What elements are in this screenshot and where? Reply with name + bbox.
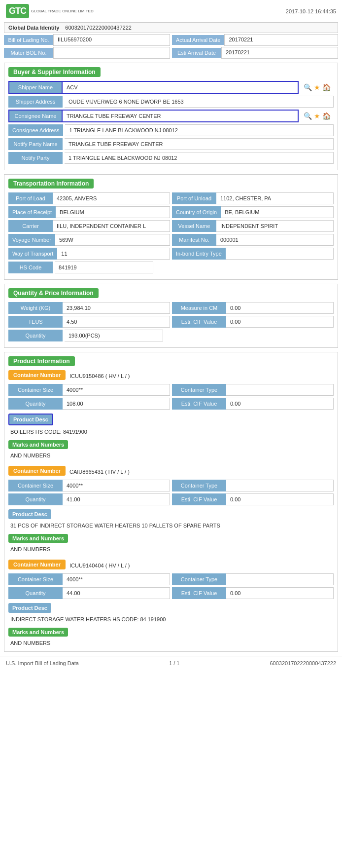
container-0-desc-label-wrap: Product Desc (8, 412, 334, 426)
home-icon[interactable]: 🏠 (322, 83, 331, 91)
container-1-type-cell: Container Type (172, 480, 334, 491)
in-bond-cell: In-bond Entry Type (172, 248, 334, 260)
container-2-cif-value: 0.00 (226, 587, 334, 599)
container-2-type-value (226, 573, 334, 585)
origin-value: BE, BELGIUM (221, 206, 334, 218)
header: GTC GLOBAL TRADE ONLINE LIMITED 2017-10-… (0, 0, 342, 20)
container-2-type-cell: Container Type (172, 573, 334, 585)
esti-value: 20170221 (221, 47, 338, 59)
consignee-star-icon[interactable]: ★ (314, 112, 320, 120)
master-value (53, 47, 170, 59)
port-load-value: 42305, ANVERS (53, 192, 170, 204)
notify-party-label: Notify Party (8, 152, 63, 164)
vessel-value: INDEPENDENT SPIRIT (216, 220, 334, 232)
container-2-qty-cif-row: Quantity 44.00 Esti. CIF Value 0.00 (8, 587, 334, 599)
port-unload-cell: Port of Unload 1102, CHESTER, PA (172, 192, 334, 204)
carrier-cell: Carrier IILU, INDEPENDENT CONTAINER L (8, 220, 170, 232)
master-row: Mater BOL No. Esti Arrival Date 20170221 (4, 47, 338, 59)
logo-box: GTC (6, 4, 29, 18)
hs-code-value: 841919 (55, 262, 153, 273)
receipt-origin-row: Place of Receipt BELGIUM Country of Orig… (8, 206, 334, 218)
container-1-desc-value: 31 PCS OF INDIRECT STORAGE WATER HEATERS… (8, 521, 334, 530)
logo-subtitle: GLOBAL TRADE ONLINE LIMITED (31, 9, 94, 13)
bol-value: IILU56970200 (53, 34, 170, 46)
consignee-search-icon[interactable]: 🔍 (304, 112, 312, 120)
container-1-cif-cell: Esti. CIF Value 0.00 (172, 493, 334, 505)
notify-party-name-value: TRIANGLE TUBE FREEWAY CENTER (65, 138, 334, 150)
star-icon[interactable]: ★ (314, 83, 320, 91)
search-icon[interactable]: 🔍 (304, 83, 312, 91)
container-0-cif-cell: Esti. CIF Value 0.00 (172, 398, 334, 410)
port-load-cell: Port of Load 42305, ANVERS (8, 192, 170, 204)
container-0-cif-label: Esti. CIF Value (172, 398, 226, 410)
notify-party-name-row: Notify Party Name TRIANGLE TUBE FREEWAY … (8, 138, 334, 150)
quantity-row: Quantity 193.00(PCS) (8, 330, 334, 341)
page-wrapper: GTC GLOBAL TRADE ONLINE LIMITED 2017-10-… (0, 0, 342, 868)
teus-value: 4.50 (63, 316, 170, 328)
voyage-value: 569W (55, 234, 170, 246)
carrier-label: Carrier (8, 220, 53, 232)
container-0-qty-cell: Quantity 108.00 (8, 398, 170, 410)
container-0-number-value: ICUU9150486 ( HV / L / ) (66, 371, 134, 381)
shipper-address-row: Shipper Address OUDE VIJVERWEG 6 NONE DW… (8, 96, 334, 108)
notify-party-value: 1 TRIANGLE LANE BLACKWOOD NJ 08012 (65, 152, 334, 164)
way-transport-label: Way of Transport (8, 248, 57, 260)
in-bond-value (226, 248, 334, 260)
consignee-name-value: TRIANGLE TUBE FREEWAY CENTER (63, 110, 299, 122)
container-0-desc-value: BOILERS HS CODE: 84191900 (8, 427, 334, 436)
container-2-qty-cell: Quantity 44.00 (8, 587, 170, 599)
product-section-title: Product Information (8, 356, 75, 366)
transport-section-title: Transportation Information (8, 179, 94, 189)
carrier-vessel-row: Carrier IILU, INDEPENDENT CONTAINER L Ve… (8, 220, 334, 232)
master-cell: Mater BOL No. (4, 47, 170, 59)
container-1-type-label: Container Type (172, 480, 226, 491)
consignee-address-label: Consignee Address (8, 124, 63, 136)
container-1-qty-value: 41.00 (63, 493, 170, 505)
container-0-size-type-row: Container Size 4000** Container Type (8, 384, 334, 396)
shipper-address-value: OUDE VIJVERWEG 6 NONE DWORP BE 1653 (65, 96, 334, 108)
origin-cell: Country of Origin BE, BELGIUM (172, 206, 334, 218)
shipper-name-label: Shipper Name (8, 81, 63, 94)
in-bond-label: In-bond Entry Type (172, 248, 226, 260)
teus-cell: TEUS 4.50 (8, 316, 170, 328)
buyer-section-title: Buyer & Supplier Information (8, 67, 101, 77)
teus-label: TEUS (8, 316, 63, 328)
spacer-1 (8, 460, 334, 466)
weight-label: Weight (KG) (8, 302, 63, 314)
quantity-section-title: Quantity & Price Information (8, 288, 99, 298)
spacer-2 (8, 554, 334, 560)
weight-value: 23,984.10 (63, 302, 170, 314)
receipt-value: BELGIUM (56, 206, 170, 218)
quantity-section: Quantity & Price Information Weight (KG)… (4, 284, 338, 348)
consignee-name-row: Consignee Name TRIANGLE TUBE FREEWAY CEN… (8, 110, 334, 122)
esti-cif-cell: Esti. CIF Value 0.00 (172, 316, 334, 328)
container-0-qty-value: 108.00 (63, 398, 170, 410)
product-section: Product Information Container Number ICU… (4, 352, 338, 652)
bill-row: Bill of Lading No. IILU56970200 Actual A… (4, 34, 338, 46)
container-1-marks-value: AND NUMBERS (8, 545, 334, 554)
transport-bond-row: Way of Transport 11 In-bond Entry Type (8, 248, 334, 260)
timestamp: 2017-10-12 16:44:35 (286, 8, 336, 14)
consignee-home-icon[interactable]: 🏠 (322, 112, 331, 120)
global-identity-value: 6003201702220000437222 (65, 25, 132, 31)
footer-center: 1 / 1 (169, 660, 179, 666)
port-load-label: Port of Load (8, 192, 53, 204)
vessel-label: Vessel Name (172, 220, 216, 232)
bol-cell: Bill of Lading No. IILU56970200 (4, 34, 170, 46)
arrival-value: 20170221 (224, 34, 338, 46)
shipper-address-label: Shipper Address (8, 96, 63, 108)
container-2-cif-cell: Esti. CIF Value 0.00 (172, 587, 334, 599)
container-0-number-row: Container Number ICUU9150486 ( HV / L / … (8, 370, 334, 382)
container-1-marks-label: Marks and Numbers (8, 534, 68, 543)
container-1-qty-label: Quantity (8, 493, 63, 505)
container-2-desc-value: INDIRECT STORAGE WATER HEATERS HS CODE: … (8, 615, 334, 624)
container-1-cif-label: Esti. CIF Value (172, 493, 226, 505)
container-2-size-value: 4000** (63, 573, 170, 585)
container-1-number-row: Container Number CAIU8665431 ( HV / L / … (8, 466, 334, 478)
transport-section: Transportation Information Port of Load … (4, 174, 338, 280)
measure-value: 0.00 (226, 302, 334, 314)
logo: GTC GLOBAL TRADE ONLINE LIMITED (6, 4, 94, 18)
voyage-cell: Voyage Number 569W (8, 234, 170, 246)
container-0-marks-value: AND NUMBERS (8, 451, 334, 460)
manifest-value: 000001 (216, 234, 334, 246)
